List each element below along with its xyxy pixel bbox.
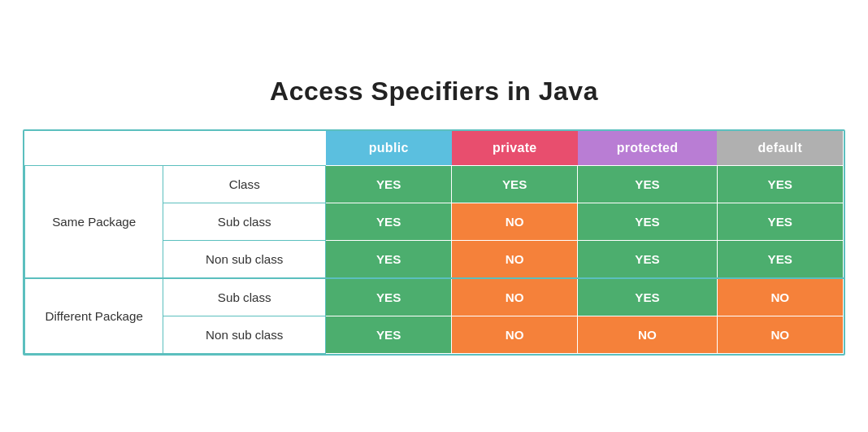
col-header-default: default [717,131,843,166]
cell-private: NO [452,316,578,354]
cell-default: YES [717,203,843,241]
cell-private: NO [452,241,578,279]
row-label: Class [163,166,326,203]
cell-default: NO [717,316,843,354]
cell-protected: YES [578,203,718,241]
cell-protected: YES [578,166,718,203]
cell-protected: NO [578,316,718,354]
header-empty-cell [25,131,326,166]
cell-public: YES [326,241,452,279]
row-label: Sub class [163,203,326,241]
cell-default: YES [717,241,843,279]
col-header-public: public [326,131,452,166]
row-label: Non sub class [163,316,326,354]
cell-private: NO [452,203,578,241]
cell-default: NO [717,278,843,316]
cell-private: YES [452,166,578,203]
table-header-row: public private protected default [25,131,844,166]
group-label: Different Package [25,278,163,354]
page-title: Access Specifiers in Java [270,76,598,107]
row-label: Non sub class [163,241,326,279]
cell-default: YES [717,166,843,203]
cell-private: NO [452,278,578,316]
cell-protected: YES [578,278,718,316]
cell-public: YES [326,278,452,316]
group-label: Same Package [25,166,163,279]
col-header-protected: protected [578,131,718,166]
cell-protected: YES [578,241,718,279]
cell-public: YES [326,203,452,241]
col-header-private: private [452,131,578,166]
row-label: Sub class [163,278,326,316]
cell-public: YES [326,316,452,354]
access-specifiers-table: public private protected default Same Pa… [23,129,845,356]
cell-public: YES [326,166,452,203]
